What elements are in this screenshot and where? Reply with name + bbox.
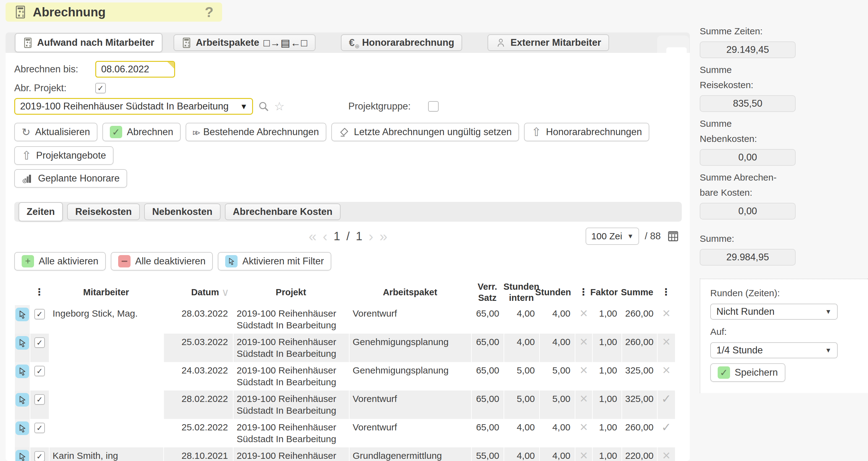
cell-summe: 260,00 [621,305,657,334]
summe-delete-icon[interactable]: × [657,305,675,334]
column-menu-icon[interactable]: ⋮ [575,287,592,298]
row-pointer-button[interactable] [16,421,29,435]
row-pointer-button[interactable] [16,308,29,321]
letzte-abrechnungen-ungueltig-button[interactable]: Letzte Abrechnungen ungültig setzen [331,123,519,141]
tab-externer-mitarbeiter[interactable]: Externer Mitarbeiter [488,34,609,51]
first-page-icon[interactable]: « [309,229,317,243]
header-summe[interactable]: Summe [621,287,657,298]
stunden-delete-icon[interactable]: × [575,391,592,419]
rows-total: / 88 [645,231,661,242]
summe-delete-icon[interactable]: ✓ [657,419,675,448]
check-icon: ✓ [110,126,122,138]
summe-reisekosten-field: 835,50 [700,95,796,112]
header-stunden-intern[interactable]: Stunden intern [504,281,539,303]
row-pointer-button[interactable] [16,450,29,461]
help-icon[interactable]: ? [205,4,213,21]
tab-arbeitspakete[interactable]: Arbeitspakete □→▤←□ [174,34,315,51]
cell-summe: 220,00 [621,448,657,461]
speichern-button[interactable]: ✓ Speichern [710,363,785,382]
column-menu-icon[interactable]: ⋮ [30,287,49,298]
row-checkbox[interactable]: ✓ [34,451,45,461]
row-checkbox[interactable]: ✓ [34,309,45,319]
abr-projekt-checkbox[interactable]: ✓ [95,83,106,93]
header-datum[interactable]: Datum∨ [163,287,233,298]
aktivieren-mit-filter-button[interactable]: Aktivieren mit Filter [218,252,331,270]
tab-label: Zeiten [27,206,55,217]
cell-mitarbeiter [49,334,163,362]
page-size-select[interactable]: 100 Zei ▼ [586,228,639,245]
total-pages: 1 [356,230,362,243]
row-checkbox-cell: ✓ [30,305,49,334]
header-faktor[interactable]: Faktor [592,287,621,298]
header-stunden[interactable]: Stunden [539,287,575,298]
honorarabrechnungen-button[interactable]: ⇧ Honorarabrechnungen [524,123,649,141]
zeiten-table: ⋮ Mitarbeiter Datum∨ Projekt Arbeitspake… [14,279,682,461]
summe-nebenkosten-field: 0,00 [700,149,796,166]
auf-label: Auf: [710,324,868,339]
action-buttons-row: ↻ Aktualisieren ✓ Abrechnen ▹▹ Bestehend… [14,123,682,165]
projektangebote-button[interactable]: ⇧ Projektangebote [14,146,114,165]
cell-faktor: 1,00 [592,334,621,362]
tab-aufwand-nach-mitarbeiter[interactable]: Aufwand nach Mitarbeiter [15,33,162,52]
tab-label: Abrechenbare Kosten [233,206,333,217]
row-checkbox[interactable]: ✓ [34,394,45,405]
tab-nebenkosten[interactable]: Nebenkosten [144,203,221,220]
row-pointer-button[interactable] [16,393,29,406]
favorite-star-icon[interactable]: ☆ [274,100,285,113]
projektgruppe-checkbox[interactable] [428,101,439,111]
summe-zeiten-field: 29.149,45 [700,41,796,58]
cell-stunden: 5,00 [539,391,575,419]
tab-abrechenbare-kosten[interactable]: Abrechenbare Kosten [225,203,341,220]
header-projekt[interactable]: Projekt [233,287,349,298]
geplante-honorare-button[interactable]: Geplante Honorare [14,169,127,188]
abrechnen-bis-input[interactable]: 08.06.2022 [95,61,175,77]
cell-datum: 24.03.2022 [163,362,233,391]
header-verr-satz[interactable]: Verr. Satz [471,281,504,303]
cell-mitarbeiter [49,419,163,448]
cell-mitarbeiter [49,362,163,391]
aktualisieren-button[interactable]: ↻ Aktualisieren [14,123,97,141]
alle-aktivieren-button[interactable]: + Alle aktivieren [14,252,106,270]
table-row: ✓Karin Smith, ing28.10.20212019-100 Reih… [14,448,682,461]
last-page-icon[interactable]: » [379,229,388,243]
stunden-delete-icon[interactable]: × [575,448,592,461]
calculator-icon [14,5,27,19]
cell-arbeitspaket: Grundlagenermittlung [349,448,471,461]
row-checkbox[interactable]: ✓ [34,423,45,433]
row-checkbox[interactable]: ✓ [34,366,45,376]
table-row: ✓Ingeborg Stick, Mag.28.03.20222019-100 … [14,305,682,334]
next-page-icon[interactable]: › [368,229,373,243]
table-view-icon[interactable] [666,229,680,243]
cell-stunden-intern: 4,00 [504,448,539,461]
header-arbeitspaket[interactable]: Arbeitspaket [349,287,471,298]
workpackage-flow-icon: □→▤←□ [264,37,308,49]
project-select[interactable]: 2019-100 Reihenhäuser Südstadt In Bearbe… [14,98,253,115]
tab-honorarabrechnung[interactable]: €⊕ Honorarabrechnung [341,34,462,51]
dropdown-arrow-icon: ▼ [825,308,832,316]
stunden-delete-icon[interactable]: × [575,334,592,362]
bestehende-abrechnungen-button[interactable]: ▹▹ Bestehende Abrechnungen [186,123,327,141]
summe-delete-icon[interactable]: × [657,448,675,461]
stunden-delete-icon[interactable]: × [575,362,592,391]
summe-delete-icon[interactable]: ✓ [657,391,675,419]
header-mitarbeiter[interactable]: Mitarbeiter [49,287,163,298]
tab-zeiten[interactable]: Zeiten [19,202,63,221]
row-checkbox[interactable]: ✓ [34,337,45,348]
summe-delete-icon[interactable]: × [657,362,675,391]
row-pointer-button[interactable] [16,336,29,350]
auf-select[interactable]: 1/4 Stunde ▼ [710,342,838,358]
tab-reisekosten[interactable]: Reisekosten [67,203,140,220]
stunden-delete-icon[interactable]: × [575,305,592,334]
runden-select[interactable]: Nicht Runden ▼ [710,304,838,320]
stunden-delete-icon[interactable]: × [575,419,592,448]
button-label: Projektangebote [36,150,106,161]
person-icon [496,37,506,48]
search-icon[interactable] [257,100,270,112]
row-checkbox-cell: ✓ [30,448,49,461]
prev-page-icon[interactable]: ‹ [323,229,327,243]
row-pointer-button[interactable] [16,365,29,378]
alle-deaktivieren-button[interactable]: − Alle deaktivieren [111,252,213,270]
column-menu-icon[interactable]: ⋮ [657,287,675,298]
summe-delete-icon[interactable]: × [657,334,675,362]
abrechnen-button[interactable]: ✓ Abrechnen [102,123,181,141]
